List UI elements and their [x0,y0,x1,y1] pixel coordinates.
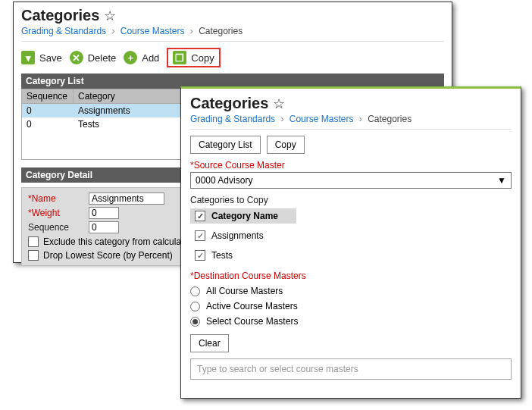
category-row-tests[interactable]: ✓ Tests [190,248,512,263]
name-label: *Name [28,193,86,204]
breadcrumb-course-masters[interactable]: Course Masters [289,114,354,124]
source-course-master-label: *Source Course Master [190,160,512,171]
favorite-star-icon[interactable]: ☆ [104,8,116,24]
chevron-right-icon: › [359,114,362,124]
toolbar: ▾ Save ✕ Delete + Add ❐ Copy [21,48,444,67]
breadcrumb-current: Categories [199,26,243,36]
chevron-right-icon: › [190,26,193,36]
category-name-header[interactable]: ✓ Category Name [190,208,296,224]
sequence-label: Sequence [28,222,86,233]
copy-icon: ❐ [173,51,186,64]
favorite-star-icon[interactable]: ☆ [273,95,285,112]
chevron-right-icon: › [280,114,283,124]
select-all-checkbox[interactable]: ✓ [195,211,205,221]
col-sequence[interactable]: Sequence [22,89,74,103]
weight-label: *Weight [28,208,86,218]
course-master-search-input[interactable]: Type to search or select course masters [190,358,512,380]
radio-active-course-masters[interactable]: Active Course Masters [190,301,512,311]
drop-lowest-label: Drop Lowest Score (by Percent) [43,250,173,261]
sequence-input[interactable] [89,221,119,233]
breadcrumb: Grading & Standards › Course Masters › C… [21,26,444,36]
page-title: Categories [21,7,99,24]
radio-icon[interactable] [190,286,200,296]
copy-button[interactable]: Copy [267,136,305,154]
assignments-checkbox[interactable]: ✓ [195,230,205,241]
delete-button[interactable]: ✕ Delete [70,51,117,64]
radio-select-course-masters[interactable]: Select Course Masters [190,316,512,327]
delete-icon: ✕ [70,51,83,64]
add-icon: + [124,51,137,64]
categories-to-copy-label: Categories to Copy [190,195,512,205]
save-icon: ▾ [21,51,35,64]
breadcrumb-grading-standards[interactable]: Grading & Standards [21,26,106,36]
breadcrumb-course-masters[interactable]: Course Masters [120,26,185,36]
exclude-label: Exclude this category from calculation [43,236,196,247]
exclude-checkbox[interactable] [28,236,39,247]
add-button[interactable]: + Add [124,51,159,64]
drop-lowest-checkbox[interactable] [28,250,39,261]
chevron-right-icon: › [111,26,114,36]
name-input[interactable] [89,192,164,205]
weight-input[interactable] [89,207,119,219]
categories-copy-panel: Categories ☆ Grading & Standards › Cours… [180,86,521,399]
save-button[interactable]: ▾ Save [21,51,62,64]
breadcrumb-current: Categories [368,114,412,124]
source-course-master-select[interactable]: 0000 Advisory ▼ [190,172,512,189]
page-title: Categories [190,95,268,112]
breadcrumb-grading-standards[interactable]: Grading & Standards [190,114,275,124]
radio-icon[interactable] [190,317,200,327]
destination-course-masters-label: *Destination Course Masters [190,271,512,281]
breadcrumb: Grading & Standards › Course Masters › C… [190,114,512,124]
clear-button[interactable]: Clear [190,334,229,352]
radio-all-course-masters[interactable]: All Course Masters [190,286,512,296]
chevron-down-icon: ▼ [497,175,506,186]
tests-checkbox[interactable]: ✓ [195,250,205,261]
copy-button[interactable]: ❐ Copy [167,48,220,67]
category-row-assignments[interactable]: ✓ Assignments [190,228,512,243]
radio-icon[interactable] [190,302,200,311]
category-list-button[interactable]: Category List [190,136,261,154]
